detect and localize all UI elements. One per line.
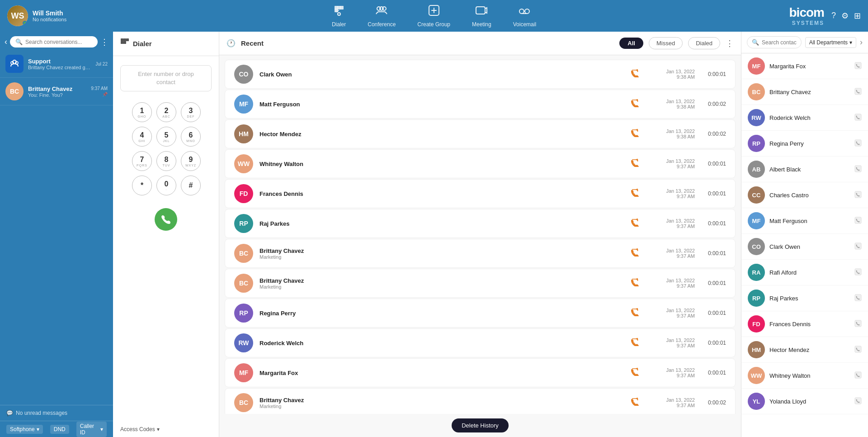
contact-call-icon[interactable]: [854, 320, 862, 328]
list-item[interactable]: MF Matt Ferguson: [741, 208, 868, 234]
contacts-search-input[interactable]: [762, 39, 797, 46]
calls-list: CO Clark Owen Jan 13, 20229:38 AM 0:00:0…: [219, 55, 741, 414]
contact-avatar: RP: [748, 290, 765, 307]
sidebar-footer[interactable]: 💬 No unread messages: [0, 405, 113, 421]
contact-call-icon[interactable]: [854, 346, 862, 354]
key-7[interactable]: 7PQRS: [132, 151, 152, 171]
contact-call-icon[interactable]: [854, 294, 862, 303]
nav-create-group[interactable]: Create Group: [417, 4, 450, 28]
key-9[interactable]: 9WXYZ: [181, 151, 201, 171]
dialer-input[interactable]: Enter number or drop contact: [120, 65, 212, 91]
access-codes[interactable]: Access Codes ▾: [113, 422, 219, 437]
key-3[interactable]: 3DEF: [181, 102, 201, 122]
contact-call-icon[interactable]: [854, 88, 862, 96]
nav-conference[interactable]: Conference: [368, 4, 396, 28]
call-type-icon: [631, 248, 639, 258]
list-item[interactable]: RP Regina Perry: [741, 131, 868, 157]
contact-call-icon[interactable]: [854, 114, 862, 122]
recent-header-bar: 🕐 Recent All Missed Dialed ⋮: [219, 32, 741, 55]
table-row[interactable]: RP Regina Perry Jan 13, 20229:37 AM 0:00…: [225, 299, 736, 328]
call-duration: 0:00:01: [701, 250, 726, 256]
list-item[interactable]: HM Hector Mendez: [741, 337, 868, 363]
list-item[interactable]: Support Brittany Chavez created gro... J…: [0, 50, 113, 78]
table-row[interactable]: RP Raj Parkes Jan 13, 20229:37 AM 0:00:0…: [225, 209, 736, 238]
conv-msg: You: Fine. You?: [28, 92, 86, 98]
list-item[interactable]: YL Yolanda Lloyd: [741, 389, 868, 414]
nav-meeting[interactable]: Meeting: [472, 4, 491, 28]
delete-history-button[interactable]: Delete History: [452, 418, 509, 432]
key-hash[interactable]: #: [181, 176, 201, 195]
table-row[interactable]: BC Brittany Chavez Marketing Jan 13, 202…: [225, 269, 736, 298]
svg-rect-31: [855, 346, 861, 352]
call-button[interactable]: [155, 208, 177, 231]
list-item[interactable]: BC Brittany Chavez: [741, 79, 868, 105]
contact-call-icon[interactable]: [854, 397, 862, 406]
table-row[interactable]: MF Margarita Fox Jan 13, 20229:37 AM 0:0…: [225, 358, 736, 387]
list-item[interactable]: RA Rafi Alford: [741, 260, 868, 285]
department-selector[interactable]: All Departments ▾: [805, 37, 856, 48]
settings-icon[interactable]: ⚙: [841, 11, 849, 21]
key-1[interactable]: 1GHO: [132, 102, 152, 122]
softphone-btn[interactable]: Softphone ▾: [6, 425, 43, 434]
table-row[interactable]: BC Brittany Chavez Marketing Jan 13, 202…: [225, 388, 736, 414]
key-5[interactable]: 5JKL: [156, 127, 176, 147]
nav-voicemail[interactable]: Voicemail: [513, 4, 536, 28]
contact-call-icon[interactable]: [854, 217, 862, 225]
key-2[interactable]: 2ABC: [156, 102, 176, 122]
key-star[interactable]: *: [132, 176, 152, 195]
contact-call-icon[interactable]: [854, 139, 862, 148]
conference-nav-icon: [375, 4, 388, 19]
more-options-icon[interactable]: ⋮: [726, 38, 734, 48]
list-item[interactable]: CC Charles Castro: [741, 182, 868, 208]
call-duration: 0:00:01: [701, 310, 726, 316]
conv-name: Support: [28, 58, 91, 65]
list-item[interactable]: AB Albert Black: [741, 157, 868, 182]
contact-call-icon[interactable]: [854, 191, 862, 200]
list-item[interactable]: CO Clark Owen: [741, 234, 868, 260]
key-0[interactable]: 0·: [156, 176, 176, 195]
list-item[interactable]: RW Roderick Welch: [741, 105, 868, 131]
table-row[interactable]: HM Hector Mendez Jan 13, 20229:38 AM 0:0…: [225, 119, 736, 148]
table-row[interactable]: CO Clark Owen Jan 13, 20229:38 AM 0:00:0…: [225, 60, 736, 89]
call-datetime: Jan 13, 20229:38 AM: [645, 69, 695, 80]
call-datetime: Jan 13, 20229:37 AM: [645, 188, 695, 199]
list-item[interactable]: MF Margarita Fox: [741, 53, 868, 79]
nav-right-arrow[interactable]: ›: [860, 38, 863, 47]
contact-call-icon[interactable]: [854, 165, 862, 174]
list-item[interactable]: WW Whitney Walton: [741, 363, 868, 389]
dnd-btn[interactable]: DND: [50, 425, 69, 434]
nav-dialer[interactable]: Dialer: [332, 4, 346, 28]
filter-missed[interactable]: Missed: [649, 37, 683, 49]
search-input[interactable]: [25, 39, 92, 45]
table-row[interactable]: MF Matt Ferguson Jan 13, 20229:38 AM 0:0…: [225, 90, 736, 119]
contact-avatar: RA: [748, 264, 765, 281]
key-4[interactable]: 4GHI: [132, 127, 152, 147]
contact-call-icon[interactable]: [854, 62, 862, 71]
call-datetime: Jan 13, 20229:37 AM: [645, 367, 695, 378]
back-icon[interactable]: ‹: [5, 37, 7, 47]
key-8[interactable]: 8TUV: [156, 151, 176, 171]
call-datetime: Jan 13, 20229:38 AM: [645, 128, 695, 139]
grid-icon[interactable]: ⊞: [854, 11, 861, 21]
call-name: Margarita Fox: [259, 370, 624, 376]
list-item[interactable]: BC Brittany Chavez You: Fine. You? 9:37 …: [0, 78, 113, 105]
table-row[interactable]: FD Frances Dennis Jan 13, 20229:37 AM 0:…: [225, 179, 736, 208]
table-row[interactable]: RW Roderick Welch Jan 13, 20229:37 AM 0:…: [225, 328, 736, 357]
contact-call-icon[interactable]: [854, 268, 862, 277]
sidebar-menu-icon[interactable]: ⋮: [100, 37, 108, 47]
caller-id-btn[interactable]: Caller ID ▾: [76, 422, 107, 437]
table-row[interactable]: BC Brittany Chavez Marketing Jan 13, 202…: [225, 239, 736, 268]
svg-rect-32: [855, 372, 861, 378]
key-6[interactable]: 6MNO: [181, 127, 201, 147]
table-row[interactable]: WW Whitney Walton Jan 13, 20229:37 AM 0:…: [225, 149, 736, 178]
list-item[interactable]: RP Raj Parkes: [741, 285, 868, 311]
list-item[interactable]: FD Frances Dennis: [741, 311, 868, 337]
contacts-panel: 🔍 All Departments ▾ › MF Margarita Fox B…: [741, 32, 868, 437]
contact-call-icon[interactable]: [854, 242, 862, 251]
filter-all[interactable]: All: [619, 38, 643, 49]
help-icon[interactable]: ?: [831, 11, 836, 21]
call-type-icon: [631, 308, 639, 318]
user-name: Will Smith: [33, 10, 66, 17]
filter-dialed[interactable]: Dialed: [688, 37, 720, 49]
contact-call-icon[interactable]: [854, 371, 862, 380]
